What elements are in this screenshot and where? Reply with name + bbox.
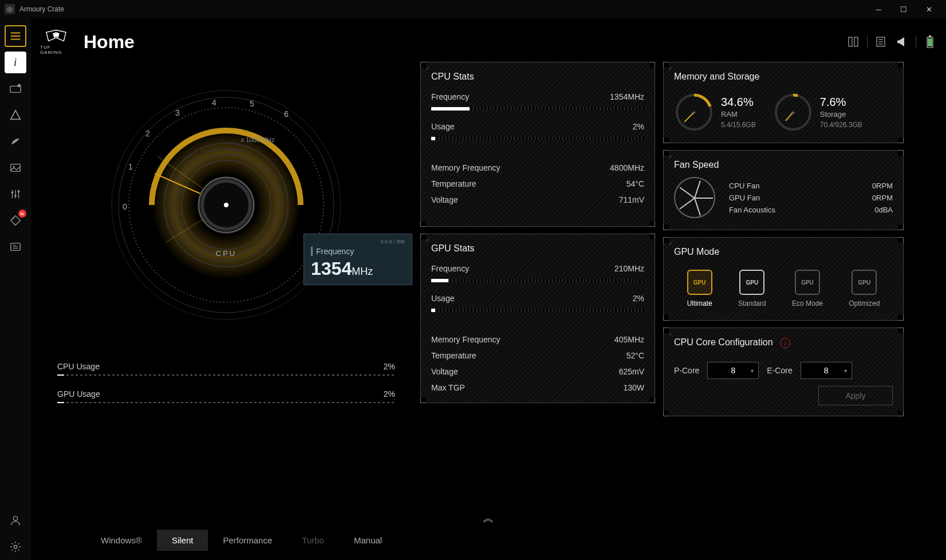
fan-speed-panel: 〃 Fan Speed CPU Fan0RPM GPU Fan0RPM Fan … <box>663 150 904 230</box>
tick-4: 4 <box>212 98 216 107</box>
frequency-callout: 0.0.6 / 206 Frequency 1354MHz <box>303 234 412 285</box>
gauge-cpu-label: CPU <box>216 249 236 258</box>
header: TUF GAMING Home <box>40 22 937 62</box>
gpu-usage-stat-value: 2% <box>633 294 644 303</box>
megaphone-icon[interactable] <box>895 35 909 49</box>
sidebar-keyboard-icon[interactable] <box>5 78 26 100</box>
tab-manual[interactable]: Manual <box>339 530 397 551</box>
tab-performance[interactable]: Performance <box>208 530 287 551</box>
ecore-label: E-Core <box>767 366 792 375</box>
sidebar-user-icon[interactable] <box>5 510 26 531</box>
cpu-freq-value: 1354MHz <box>610 92 644 101</box>
optimized-icon: GPU <box>852 270 877 295</box>
svg-point-7 <box>17 191 19 193</box>
gpu-usage-value: 2% <box>384 389 395 399</box>
tick-1: 1 <box>128 162 133 171</box>
cpu-usage-stat-value: 2% <box>633 122 644 131</box>
svg-rect-17 <box>928 38 932 46</box>
storage-detail: 70.4/926.3GB <box>820 121 862 129</box>
new-badge: N <box>18 210 26 218</box>
svg-point-11 <box>14 545 17 549</box>
svg-rect-12 <box>849 37 852 46</box>
gpu-mode-panel: 〃 GPU Mode GPU Ultimate GPU Standard GPU… <box>663 237 904 321</box>
app-icon <box>5 4 15 14</box>
fan-cpu-label: CPU Fan <box>729 182 759 190</box>
sidebar-news-icon[interactable] <box>5 236 26 258</box>
ecore-select[interactable]: 8 <box>801 362 852 379</box>
fan-icon <box>674 177 715 218</box>
gpu-usage-stat-label: Usage <box>431 294 454 303</box>
svg-text:+: + <box>791 108 795 117</box>
gpu-freq-label: Frequency <box>431 264 469 273</box>
minimize-button[interactable]: ─ <box>866 0 891 18</box>
sidebar-settings-icon[interactable] <box>5 536 26 558</box>
cpu-volt-label: Voltage <box>431 195 458 204</box>
gpu-mode-eco[interactable]: GPU Eco Mode <box>792 270 823 307</box>
sidebar-info[interactable]: i <box>5 52 26 73</box>
standard-icon: GPU <box>739 270 764 295</box>
storage-name: Storage <box>820 110 862 119</box>
info-icon[interactable]: i <box>780 338 790 348</box>
sidebar-tag-icon[interactable]: N <box>5 210 26 231</box>
cpu-freq-label: Frequency <box>431 92 469 101</box>
gpu-memfreq-label: Memory Frequency <box>431 335 500 344</box>
gpu-freq-value: 210MHz <box>614 264 644 273</box>
gpu-mode-ultimate[interactable]: GPU Ultimate <box>687 270 712 307</box>
cpu-memfreq-value: 4800MHz <box>610 163 644 172</box>
gpu-mode-standard[interactable]: GPU Standard <box>738 270 766 307</box>
cpu-gauge: CPU x 1000 MHz 0 1 2 3 4 5 6 0.0.6 / 206… <box>40 62 412 348</box>
cpu-stats-panel: 〃 CPU Stats Frequency1354MHz Usage2% Mem… <box>420 62 655 227</box>
tab-windows[interactable]: Windows® <box>86 530 157 551</box>
gpu-memfreq-value: 405MHz <box>614 335 644 344</box>
brand-text: TUF GAMING <box>40 45 72 55</box>
svg-marker-0 <box>7 6 13 13</box>
memory-storage-title: Memory and Storage <box>674 69 893 89</box>
tick-5: 5 <box>250 99 254 108</box>
sidebar: i N <box>0 18 31 560</box>
svg-rect-16 <box>929 36 931 37</box>
svg-point-2 <box>17 84 20 88</box>
cpu-temp-label: Temperature <box>431 179 476 188</box>
gpu-volt-value: 625mV <box>619 367 644 376</box>
svg-point-8 <box>12 218 14 219</box>
sidebar-triangle-icon[interactable] <box>5 104 26 126</box>
gpu-stats-title: GPU Stats <box>431 241 644 261</box>
fan-speed-title: Fan Speed <box>674 157 893 177</box>
svg-point-6 <box>14 195 17 197</box>
ram-gauge: + 34.6% RAM 5.4/15.6GB <box>674 92 756 132</box>
pcore-select[interactable]: 8 <box>707 362 759 379</box>
gpu-stats-panel: 〃 GPU Stats Frequency210MHz Usage2% Memo… <box>420 234 655 403</box>
list-icon[interactable] <box>874 35 888 49</box>
svg-point-5 <box>11 191 13 194</box>
cpu-temp-value: 54°C <box>626 179 644 188</box>
page-title: Home <box>84 31 135 53</box>
profile-tabs: Windows® Silent Performance Turbo Manual <box>86 530 397 551</box>
header-actions <box>846 35 937 49</box>
sidebar-leaf-icon[interactable] <box>5 131 26 152</box>
cpu-memfreq-label: Memory Frequency <box>431 163 500 172</box>
sidebar-image-icon[interactable] <box>5 157 26 179</box>
close-button[interactable]: ✕ <box>916 0 941 18</box>
cpu-volt-value: 711mV <box>619 195 644 204</box>
tab-turbo[interactable]: Turbo <box>287 530 339 551</box>
callout-context: 0.0.6 / 206 <box>311 239 405 244</box>
apply-button[interactable]: Apply <box>818 386 893 405</box>
cpu-stats-title: CPU Stats <box>431 69 644 89</box>
layout-icon[interactable] <box>846 35 860 49</box>
tick-3: 3 <box>175 108 180 117</box>
sidebar-hamburger[interactable] <box>5 25 26 47</box>
cpu-usage-value: 2% <box>384 362 395 371</box>
cpu-usage-stat-label: Usage <box>431 122 454 131</box>
svg-rect-13 <box>854 37 858 46</box>
tab-silent[interactable]: Silent <box>157 530 208 551</box>
battery-icon[interactable] <box>923 35 937 49</box>
maximize-button[interactable]: ☐ <box>891 0 916 18</box>
callout-label: Frequency <box>311 247 405 256</box>
cpu-core-config-panel: 〃 CPU Core Configuration i P-Core 8 E-Co… <box>663 328 904 416</box>
eco-icon: GPU <box>795 270 820 295</box>
sidebar-sliders-icon[interactable] <box>5 183 26 205</box>
fan-acoustic-value: 0dBA <box>874 206 893 214</box>
app-title: Armoury Crate <box>19 5 866 13</box>
gpu-mode-optimized[interactable]: GPU Optimized <box>849 270 880 307</box>
expand-arrow-icon[interactable]: ︽ <box>483 510 494 526</box>
